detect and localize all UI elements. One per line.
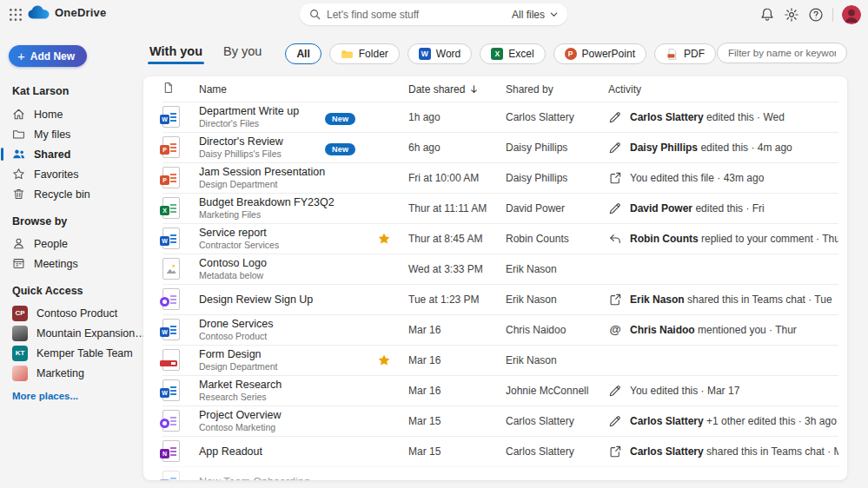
file-name: Director's Review — [199, 135, 325, 148]
search-scope-label: All files — [512, 9, 545, 21]
sidebar-item-home[interactable]: Home — [0, 104, 143, 124]
sidebar: + Add New Kat Larson HomeMy filesSharedF… — [0, 29, 143, 488]
file-row[interactable]: WDepartment Write upDirector's FilesNew1… — [143, 102, 847, 132]
top-actions — [759, 0, 861, 29]
file-row[interactable]: XBudget Breakdown FY23Q2Marketing FilesT… — [143, 193, 847, 223]
powerpoint-icon: P — [565, 48, 577, 60]
date-shared: 1h ago — [408, 111, 506, 123]
quick-access-item-marketing[interactable]: Marketing — [0, 363, 143, 383]
folder-icon — [341, 48, 354, 61]
word-icon: W — [419, 48, 431, 60]
onedrive-brand[interactable]: OneDrive — [28, 5, 106, 19]
column-header-activity[interactable]: Activity — [608, 83, 838, 96]
sidebar-item-favorites[interactable]: Favorites — [0, 164, 143, 184]
date-shared: Mar 16 — [408, 354, 506, 366]
account-avatar[interactable] — [842, 5, 861, 24]
file-row[interactable]: WService reportContractor ServicesThur a… — [143, 223, 847, 254]
folder-icon — [12, 128, 25, 141]
contoso-product-thumbnail-icon: CP — [12, 306, 28, 321]
column-header-name[interactable]: Name — [199, 83, 325, 96]
date-shared: Mar 16 — [408, 324, 506, 336]
favorite-star-icon[interactable] — [377, 353, 391, 367]
file-row[interactable]: Contoso LogoMetadata belowWed at 3:33 PM… — [143, 254, 847, 284]
sidebar-item-label: Marketing — [36, 367, 84, 379]
shared-files-card: Name Date shared Shared by Activity WDep… — [143, 76, 847, 480]
search-box[interactable]: All files — [300, 3, 567, 25]
star-icon — [12, 168, 25, 181]
shared-by: Chris Naidoo — [506, 324, 608, 336]
shared-by: Carlos Slattery — [506, 415, 608, 427]
file-name: Service report — [199, 227, 325, 239]
more-places-link[interactable]: More places... — [12, 391, 78, 401]
file-row[interactable]: NApp ReadoutMar 15Carlos SlatteryCarlos … — [143, 436, 847, 466]
filter-pill-pdf[interactable]: PDF — [654, 43, 716, 64]
share-icon — [608, 171, 622, 185]
help-icon[interactable] — [808, 7, 824, 23]
file-location: Design Department — [199, 361, 325, 372]
file-location: Director's Files — [199, 118, 325, 129]
date-shared: 6h ago — [408, 142, 506, 154]
file-row[interactable]: PDirector's ReviewDaisy Phillips's Files… — [143, 132, 847, 162]
edit-icon — [608, 201, 622, 215]
shared-by: Erik Nason — [506, 354, 608, 366]
file-name: Market Research — [199, 379, 325, 391]
onenote-file-icon: N — [162, 440, 180, 462]
filter-input[interactable] — [717, 43, 847, 63]
tab-with-you[interactable]: With you — [149, 44, 202, 64]
word-file-icon: W — [162, 228, 180, 249]
sidebar-item-label: Contoso Product — [36, 307, 117, 320]
file-row[interactable]: WDrone ServicesContoso ProductMar 16Chri… — [143, 314, 847, 345]
sidebar-item-people[interactable]: People — [0, 234, 143, 254]
favorite-star-icon[interactable] — [377, 232, 391, 246]
file-row[interactable]: PJam Session PresentationDesign Departme… — [143, 162, 847, 193]
file-name: Drone Services — [199, 318, 325, 330]
activity-text: Carlos Slattery +1 other edited this · 3… — [630, 415, 837, 427]
sidebar-item-meetings[interactable]: Meetings — [0, 254, 143, 274]
file-name: New Team Onboarding — [199, 476, 325, 481]
search-input[interactable] — [321, 9, 512, 21]
file-row[interactable]: WMarket ResearchResearch SeriesMar 16Joh… — [143, 375, 847, 406]
filter-pill-folder[interactable]: Folder — [329, 43, 400, 64]
filter-pill-excel[interactable]: XExcel — [480, 43, 545, 64]
date-shared: Fri at 10:00 AM — [408, 172, 506, 184]
column-header-shared-by[interactable]: Shared by — [506, 83, 608, 96]
people-icon — [12, 148, 25, 161]
sidebar-item-shared[interactable]: Shared — [0, 144, 143, 164]
filter-pill-word[interactable]: WWord — [407, 43, 472, 64]
tab-by-you[interactable]: By you — [223, 44, 262, 64]
mention-icon: @ — [608, 323, 622, 336]
quick-access-item-mountain-expansion[interactable]: Mountain Expansion… — [0, 323, 143, 343]
quick-access-item-kemper-table-team[interactable]: KTKemper Table Team — [0, 343, 143, 363]
powerpoint-file-icon: P — [162, 136, 180, 158]
filter-pill-powerpoint[interactable]: PPowerPoint — [553, 43, 646, 64]
edit-icon — [608, 110, 622, 124]
shared-by: Daisy Phillips — [506, 142, 608, 154]
file-row[interactable]: Project OverviewContoso MarketingMar 15C… — [143, 406, 847, 436]
share-icon — [608, 445, 622, 458]
sidebar-item-recycle-bin[interactable]: Recycle bin — [0, 184, 143, 204]
file-row[interactable]: WNew Team Onboarding — [143, 466, 847, 480]
notifications-bell-icon[interactable] — [759, 7, 775, 23]
activity-text: You edited this file · 43m ago — [630, 172, 764, 184]
search-scope-dropdown[interactable]: All files — [512, 9, 559, 21]
sidebar-item-my-files[interactable]: My files — [0, 124, 143, 144]
filter-pill-label: All — [296, 48, 309, 60]
divider — [832, 8, 833, 22]
file-row[interactable]: Form DesignDesign DepartmentMar 16Erik N… — [143, 345, 847, 375]
activity-text: Robin Counts replied to your comment · T… — [630, 233, 838, 245]
onedrive-logo-icon — [28, 5, 50, 19]
file-row[interactable]: Design Review Sign UpTue at 1:23 PMErik … — [143, 284, 847, 314]
reply-icon — [608, 232, 622, 246]
sidebar-item-label: Mountain Expansion… — [36, 327, 146, 340]
settings-gear-icon[interactable] — [784, 7, 799, 23]
word-file-icon: W — [162, 471, 180, 480]
add-new-button[interactable]: + Add New — [9, 45, 87, 67]
app-launcher-icon[interactable] — [8, 7, 23, 23]
new-badge: New — [325, 113, 355, 125]
filter-pill-all[interactable]: All — [285, 43, 321, 64]
file-name: Department Write up — [199, 105, 325, 117]
column-header-date-shared[interactable]: Date shared — [408, 83, 506, 96]
quick-access-item-contoso-product[interactable]: CPContoso Product — [0, 303, 143, 323]
shared-by: Daisy Phillips — [506, 172, 608, 184]
file-name: Project Overview — [199, 409, 325, 421]
